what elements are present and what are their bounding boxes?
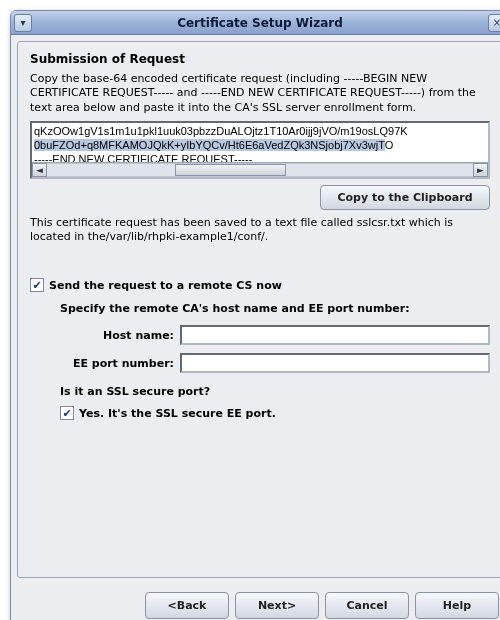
window-menu-button[interactable]: ▾ bbox=[14, 14, 32, 32]
close-button[interactable]: × bbox=[488, 14, 500, 32]
instruction-text: Copy the base-64 encoded certificate req… bbox=[30, 72, 490, 115]
host-name-row: Host name: bbox=[60, 325, 490, 345]
selected-text: 0buFZOd+q8MFKAMOJQkK+yIbYQCv/Ht6E6aVedZQ… bbox=[34, 139, 385, 151]
next-button[interactable]: Next> bbox=[235, 592, 319, 619]
titlebar: ▾ Certificate Setup Wizard × bbox=[11, 11, 500, 35]
ssl-yes-row: ✔ Yes. It's the SSL secure EE port. bbox=[60, 406, 490, 420]
ee-port-input[interactable] bbox=[180, 353, 490, 373]
ee-port-label: EE port number: bbox=[60, 357, 180, 370]
right-arrow-icon: ► bbox=[477, 165, 484, 175]
host-name-label: Host name: bbox=[60, 329, 180, 342]
window-title: Certificate Setup Wizard bbox=[32, 16, 488, 30]
back-button[interactable]: <Back bbox=[145, 592, 229, 619]
copy-to-clipboard-button[interactable]: Copy to the Clipboard bbox=[320, 185, 490, 210]
left-arrow-icon: ◄ bbox=[36, 165, 43, 175]
certificate-request-textarea[interactable]: qKzOOw1gV1s1m1u1pkl1uuk03pbzzDuALOjtz1T1… bbox=[30, 121, 490, 179]
check-icon: ✔ bbox=[62, 408, 71, 419]
content-panel: Submission of Request Copy the base-64 e… bbox=[17, 41, 500, 578]
certificate-text: qKzOOw1gV1s1m1u1pkl1uuk03pbzzDuALOjtz1T1… bbox=[32, 123, 488, 167]
ee-port-row: EE port number: bbox=[60, 353, 490, 373]
scroll-right-button[interactable]: ► bbox=[473, 163, 488, 177]
ssl-yes-label: Yes. It's the SSL secure EE port. bbox=[79, 407, 276, 420]
section-heading: Submission of Request bbox=[30, 52, 490, 66]
help-button[interactable]: Help bbox=[415, 592, 499, 619]
scroll-left-button[interactable]: ◄ bbox=[32, 163, 47, 177]
horizontal-scrollbar[interactable]: ◄ ► bbox=[32, 162, 488, 177]
send-remote-checkbox[interactable]: ✔ bbox=[30, 278, 44, 292]
scroll-track[interactable] bbox=[47, 163, 473, 177]
close-icon: × bbox=[493, 17, 500, 28]
ssl-question-text: Is it an SSL secure port? bbox=[60, 385, 490, 398]
chevron-down-icon: ▾ bbox=[20, 17, 25, 28]
host-name-input[interactable] bbox=[180, 325, 490, 345]
send-remote-label: Send the request to a remote CS now bbox=[49, 279, 282, 292]
specify-remote-text: Specify the remote CA's host name and EE… bbox=[60, 302, 490, 315]
cancel-button[interactable]: Cancel bbox=[325, 592, 409, 619]
scroll-thumb[interactable] bbox=[175, 164, 286, 176]
check-icon: ✔ bbox=[32, 280, 41, 291]
ssl-yes-checkbox[interactable]: ✔ bbox=[60, 406, 74, 420]
wizard-button-bar: <Back Next> Cancel Help bbox=[11, 584, 500, 620]
wizard-window: ▾ Certificate Setup Wizard × Submission … bbox=[10, 10, 500, 620]
send-remote-row: ✔ Send the request to a remote CS now bbox=[30, 278, 490, 292]
saved-file-note: This certificate request has been saved … bbox=[30, 216, 490, 245]
